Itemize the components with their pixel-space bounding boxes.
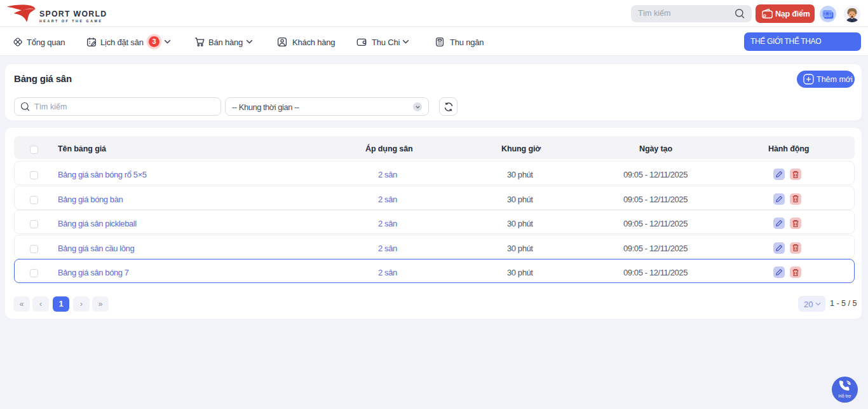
- svg-text:SPORT WORLD: SPORT WORLD: [39, 10, 107, 18]
- svg-text:HEART OF THE GAME: HEART OF THE GAME: [39, 19, 103, 23]
